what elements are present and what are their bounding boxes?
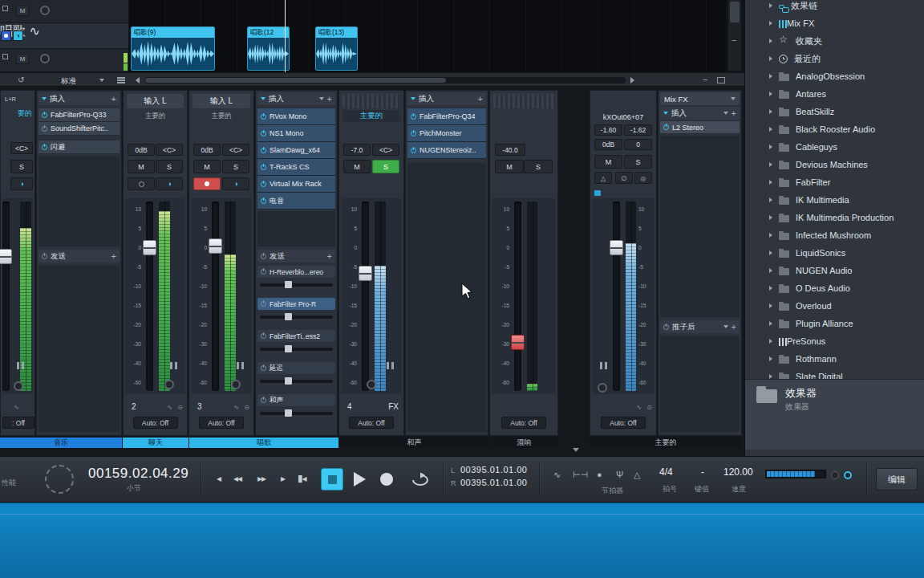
- solo-button[interactable]: S: [624, 155, 652, 169]
- channel-knob[interactable]: [14, 381, 23, 391]
- return-to-zero-button[interactable]: [298, 473, 306, 484]
- automation-wave-icon[interactable]: ∿: [636, 404, 642, 411]
- playhead[interactable]: [285, 0, 286, 72]
- browser-item[interactable]: 效果链: [745, 0, 924, 14]
- send-level-handle[interactable]: [285, 409, 292, 417]
- audio-clip[interactable]: 唱歌(13): [315, 26, 358, 71]
- expand-chevron-icon[interactable]: [769, 162, 772, 167]
- zoom-preset-icon[interactable]: [717, 77, 725, 83]
- channel-strip-4[interactable]: 主要的 -7.0 <C> M S 10 5 0 -5 -10 -15 -20 -…: [338, 90, 404, 436]
- add-insert-button[interactable]: [478, 94, 483, 104]
- expand-chevron-icon[interactable]: [769, 268, 772, 273]
- trim-right-value[interactable]: -1.62: [624, 124, 652, 136]
- channel-strip-5[interactable]: -40.0 M S 10 5 0 -5 -10 -15 -20 -30 -40 …: [489, 90, 558, 436]
- send-slot[interactable]: FabFilter Pro-R: [257, 298, 335, 330]
- browser-item[interactable]: LiquidSonics: [745, 244, 924, 262]
- automation-wave-icon[interactable]: ∿: [167, 404, 172, 411]
- pan-knob[interactable]: [40, 6, 50, 15]
- pause-icon[interactable]: [600, 362, 607, 369]
- power-icon[interactable]: [261, 131, 266, 136]
- insert-slot[interactable]: NS1 Mono: [257, 125, 335, 142]
- play-button[interactable]: [354, 472, 366, 486]
- insert-slot[interactable]: PitchMonster: [407, 125, 486, 142]
- browser-item[interactable]: Infected Mushroom: [745, 226, 924, 244]
- browser-item[interactable]: 收藏夹: [745, 32, 924, 50]
- insert-slot[interactable]: NUGENStereoiz..: [407, 142, 486, 159]
- post-fader-header[interactable]: 推子后: [660, 320, 740, 333]
- channel-output[interactable]: 主要的: [127, 111, 184, 121]
- add-send-button[interactable]: [732, 322, 736, 332]
- balance-value[interactable]: 0: [624, 139, 652, 150]
- mute-button[interactable]: M: [495, 160, 524, 173]
- solo-button[interactable]: S: [222, 160, 249, 173]
- channel-input-name[interactable]: 输入 L: [127, 94, 184, 108]
- power-icon[interactable]: [411, 148, 416, 153]
- expand-chevron-icon[interactable]: [769, 127, 772, 132]
- power-icon[interactable]: [411, 131, 416, 136]
- add-send-button[interactable]: [111, 251, 116, 261]
- send-level-handle[interactable]: [285, 345, 292, 352]
- gain-value[interactable]: 0dB: [128, 144, 155, 156]
- insert-slot[interactable]: RVox Mono: [257, 108, 335, 125]
- automation-mode[interactable]: Auto: Off: [501, 417, 546, 429]
- expand-chevron-icon[interactable]: [769, 74, 772, 79]
- rewind-button[interactable]: [233, 473, 241, 484]
- power-icon[interactable]: [261, 148, 266, 153]
- inserts-header[interactable]: 插入: [407, 92, 486, 105]
- edit-button[interactable]: 编辑: [876, 468, 918, 490]
- group-label-sing[interactable]: 唱歌: [189, 438, 338, 448]
- jog-wheel[interactable]: [45, 465, 74, 494]
- fader-handle[interactable]: [610, 240, 623, 255]
- inserts-header[interactable]: 插入: [38, 92, 120, 105]
- expand-chevron-icon[interactable]: [769, 303, 772, 308]
- send-level-handle[interactable]: [285, 281, 292, 288]
- insert-slot[interactable]: SlamDawg_x64: [257, 142, 335, 159]
- monitor-button[interactable]: [156, 177, 183, 190]
- group-label-reverb[interactable]: 混响: [490, 438, 558, 448]
- time-signature[interactable]: 4/4: [659, 466, 673, 478]
- send-label-row[interactable]: 和声: [257, 394, 335, 406]
- stop-button[interactable]: [321, 468, 343, 490]
- mute-button[interactable]: M: [16, 6, 29, 16]
- chevron-down-icon[interactable]: [731, 97, 736, 100]
- pan-value[interactable]: <C>: [156, 144, 183, 156]
- power-icon[interactable]: [42, 126, 47, 132]
- expand-chevron-icon[interactable]: [769, 180, 772, 185]
- mute-button[interactable]: M: [343, 160, 371, 173]
- group-label-music[interactable]: 音乐: [0, 438, 122, 448]
- output-device[interactable]: kXOut06+07: [594, 112, 653, 123]
- track-option-icon[interactable]: [2, 54, 8, 59]
- browser-item[interactable]: FabFilter: [745, 173, 924, 191]
- send-level-slider[interactable]: [260, 283, 333, 287]
- pause-icon[interactable]: [17, 362, 24, 369]
- expand-chevron-icon[interactable]: [769, 321, 772, 326]
- automation-wave-icon[interactable]: ∿: [14, 404, 19, 411]
- fx-badge[interactable]: FX: [388, 402, 399, 411]
- mute-button[interactable]: M: [594, 155, 622, 169]
- channel-output[interactable]: 主要的: [342, 110, 400, 122]
- channel-strip-1[interactable]: L+R 要的 <C> S ∿ : Off: [0, 90, 35, 436]
- expand-chevron-icon[interactable]: [769, 21, 772, 26]
- track-row-selected[interactable]: ◑ 唱歌 ∿: [0, 23, 128, 49]
- activity-dot-icon[interactable]: [844, 471, 852, 479]
- expand-chevron-icon[interactable]: [769, 56, 772, 61]
- track-row[interactable]: M: [0, 49, 128, 72]
- record-arm-button[interactable]: [1, 31, 11, 41]
- pause-icon[interactable]: [170, 362, 177, 369]
- browser-item[interactable]: IK Multimedia Production: [745, 209, 924, 226]
- mixfx-header[interactable]: Mix FX: [660, 92, 740, 105]
- sends-header[interactable]: 发送: [38, 250, 120, 263]
- send-label-row[interactable]: FabFilter Pro-R: [257, 298, 335, 310]
- pan-value[interactable]: <C>: [222, 144, 249, 156]
- expand-chevron-icon[interactable]: [769, 197, 772, 202]
- send-slot[interactable]: 延迟: [257, 362, 335, 394]
- insert-slot[interactable]: SoundShifterPitc..: [38, 122, 120, 136]
- main-out-strip[interactable]: kXOut06+07 -1.60 -1.62 0dB 0 M S 10 5 0 …: [590, 90, 657, 436]
- scroll-right-icon[interactable]: [630, 77, 634, 83]
- punch-icon[interactable]: ⊢⊣: [573, 470, 588, 480]
- power-icon[interactable]: [42, 144, 47, 150]
- zoom-out-icon[interactable]: −: [703, 75, 707, 84]
- arrange-timeline[interactable]: 唱歌(9) 唱歌(12 唱歌(13): [128, 0, 726, 72]
- power-small-icon[interactable]: ⊙: [646, 404, 652, 411]
- send-level-slider[interactable]: [260, 380, 333, 383]
